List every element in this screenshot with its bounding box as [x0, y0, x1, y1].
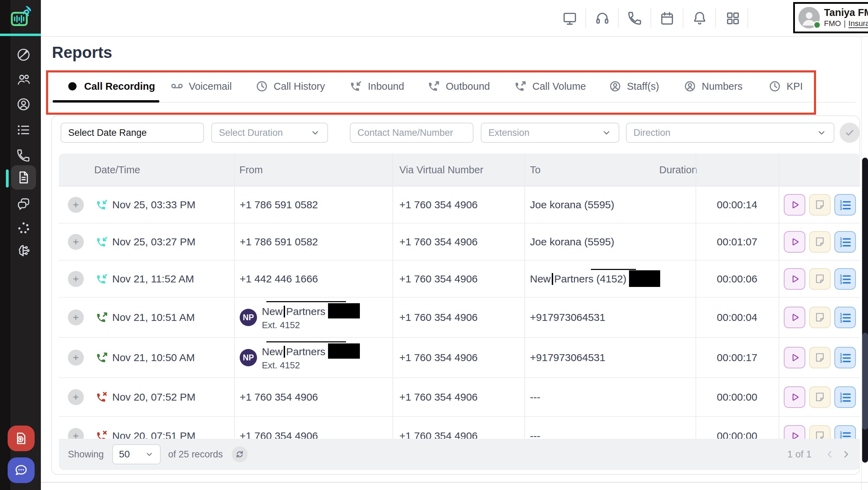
note-button[interactable]	[809, 347, 831, 368]
note-button[interactable]	[809, 386, 831, 408]
sidebar-item-ai[interactable]	[11, 240, 36, 261]
tab-numbers[interactable]: Numbers	[683, 78, 743, 95]
expand-row-button[interactable]	[68, 197, 84, 213]
scrollbar-thumb[interactable]	[862, 333, 868, 430]
header-divider	[585, 8, 586, 28]
user-profile-menu[interactable]: Taniya FMO FMO | Insurance	[793, 2, 868, 33]
cell-to: Joe korana (5595)	[524, 224, 696, 260]
play-button[interactable]	[784, 347, 805, 368]
sidebar-item-teams[interactable]	[11, 69, 36, 90]
cell-to: +917973064531	[524, 298, 696, 337]
check-icon	[844, 127, 855, 138]
details-button[interactable]: 123	[834, 386, 856, 408]
datetime-text: Nov 21, 10:50 AM	[112, 352, 195, 364]
table-row: Nov 21, 10:50 AMNPNewPartnersExt. 4152+1…	[59, 338, 860, 378]
note-button[interactable]	[809, 231, 831, 253]
header-screen-button[interactable]	[562, 10, 578, 26]
sidebar-item-calls[interactable]	[11, 145, 36, 166]
cell-datetime: Nov 25, 03:33 PM	[59, 186, 234, 223]
sidebar-item-integrations[interactable]	[11, 218, 36, 238]
contact-name: New	[262, 346, 283, 358]
details-button[interactable]: 123	[834, 307, 856, 328]
note-button[interactable]	[809, 268, 831, 290]
tab-kpi[interactable]: KPI	[768, 78, 803, 95]
chat-bubbles-icon	[16, 196, 31, 211]
note-button[interactable]	[809, 194, 831, 216]
tab-call-recording[interactable]: Call Recording	[66, 78, 155, 95]
header-headset-button[interactable]	[594, 10, 610, 26]
note-icon	[813, 198, 826, 211]
play-button[interactable]	[784, 194, 805, 216]
tab-label: Staff(s)	[627, 81, 659, 92]
play-button[interactable]	[784, 268, 805, 290]
expand-row-button[interactable]	[68, 271, 84, 287]
datetime-text: Nov 25, 03:33 PM	[112, 199, 195, 211]
contact-search-input[interactable]: Contact Name/Number	[350, 123, 473, 143]
header-divider	[683, 8, 683, 28]
sidebar-item-contacts[interactable]	[11, 94, 36, 115]
tab-label: Call Recording	[84, 81, 155, 92]
records-count-label: of 25 records	[168, 449, 223, 460]
expand-row-button[interactable]	[68, 234, 84, 250]
to-value: ---	[530, 391, 540, 403]
from-number: +1 442 446 1666	[240, 273, 318, 285]
header-notifications-button[interactable]	[692, 10, 708, 26]
sidebar-item-reports[interactable]	[11, 165, 36, 190]
cell-from: NPNewPartnersExt. 4152	[234, 338, 392, 377]
cell-via-number: +1 760 354 4906	[392, 261, 524, 297]
cell-datetime: Nov 21, 10:50 AM	[59, 338, 234, 377]
page-size-select[interactable]: 50	[112, 444, 161, 464]
cell-datetime: Nov 21, 10:51 AM	[59, 298, 234, 337]
from-contact: NPNewPartnersExt. 4152	[240, 305, 360, 331]
refresh-button[interactable]	[232, 446, 248, 462]
play-button[interactable]	[784, 231, 805, 253]
note-icon	[813, 351, 826, 364]
redaction-cursor	[284, 346, 285, 358]
details-button[interactable]: 123	[834, 231, 856, 253]
expand-row-button[interactable]	[68, 350, 84, 366]
header-calendar-button[interactable]	[659, 10, 675, 26]
apply-filters-button[interactable]	[840, 123, 860, 143]
user-circle-icon	[16, 97, 31, 112]
to-value: Joe korana (5595)	[530, 236, 614, 248]
details-button[interactable]: 123	[834, 194, 856, 216]
tabs-baseline	[50, 102, 856, 103]
tab-call-volume[interactable]: Call Volume	[514, 78, 586, 95]
tab-outbound[interactable]: Outbound	[427, 78, 490, 95]
from-number: +1 786 591 0582	[240, 236, 318, 248]
direction-select[interactable]: Direction	[626, 123, 834, 143]
contact-name: New	[262, 306, 283, 317]
date-range-input[interactable]: Select Date Range	[61, 123, 204, 143]
extension-select[interactable]: Extension	[481, 123, 619, 143]
table-footer: Showing 50 of 25 records 1 of 1	[59, 439, 860, 470]
vertical-scrollbar[interactable]	[862, 158, 868, 463]
sidebar-button-upload-report[interactable]	[8, 426, 35, 451]
app-logo-icon[interactable]	[9, 5, 33, 29]
sidebar-button-support-chat[interactable]	[8, 457, 35, 483]
expand-row-button[interactable]	[68, 309, 84, 325]
header-dialer-button[interactable]	[627, 10, 643, 26]
sidebar-item-dashboard[interactable]	[11, 44, 36, 65]
note-icon	[813, 235, 826, 248]
cell-to: ---	[524, 378, 696, 416]
next-page-button[interactable]	[841, 449, 851, 460]
details-button[interactable]: 123	[834, 347, 856, 368]
duration-select[interactable]: Select Duration	[211, 123, 328, 143]
header-apps-button[interactable]	[725, 10, 741, 26]
details-button[interactable]: 123	[834, 268, 856, 290]
sidebar-item-lists[interactable]	[11, 120, 36, 140]
tab-voicemail[interactable]: Voicemail	[170, 78, 232, 95]
clock-icon	[255, 80, 268, 93]
tab-inbound[interactable]: Inbound	[349, 78, 404, 95]
play-button[interactable]	[784, 386, 805, 408]
sidebar-item-chat[interactable]	[11, 193, 36, 214]
note-button[interactable]	[809, 307, 831, 328]
expand-row-button[interactable]	[68, 389, 84, 405]
redaction-cursor	[552, 273, 553, 285]
column-header: Duration	[637, 154, 720, 186]
tab-staff-s-[interactable]: Staff(s)	[609, 78, 659, 95]
cell-to: Joe korana (5595)	[524, 186, 696, 223]
play-button[interactable]	[784, 307, 805, 328]
tab-call-history[interactable]: Call History	[255, 78, 325, 95]
previous-page-button[interactable]	[825, 449, 835, 460]
